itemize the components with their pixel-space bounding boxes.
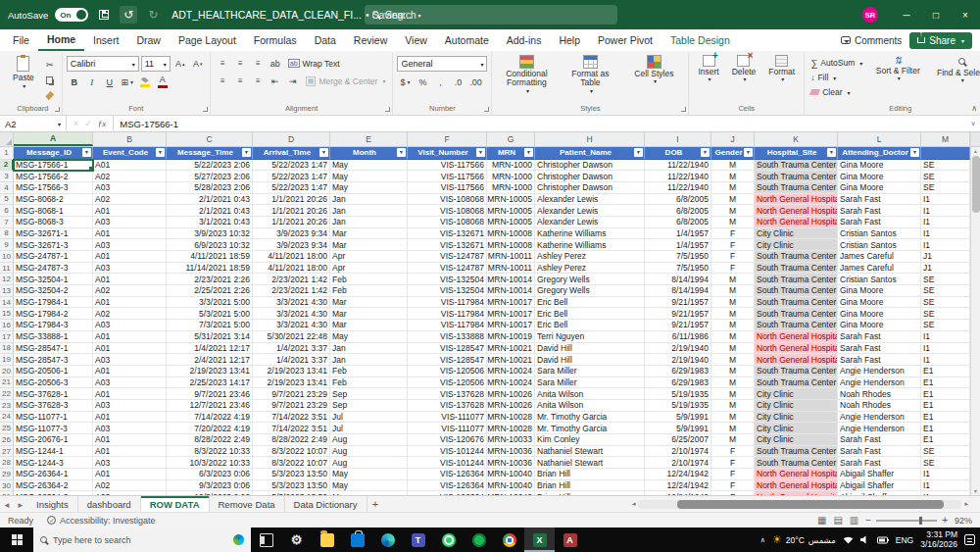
cell[interactable]: A03: [93, 377, 167, 389]
row-header-31[interactable]: 31: [0, 491, 14, 495]
cell[interactable]: North General Hospital: [755, 480, 838, 492]
cell[interactable]: May: [330, 491, 408, 495]
cell[interactable]: MRN-10028: [487, 423, 535, 434]
enter-icon[interactable]: ✓: [84, 119, 92, 128]
cell[interactable]: MSG-1244-1: [14, 446, 93, 458]
cell[interactable]: I1: [921, 239, 970, 251]
cell[interactable]: MSG-20506-3: [14, 377, 93, 389]
cell[interactable]: I1: [921, 217, 970, 228]
cell[interactable]: South Trauma Center: [755, 251, 838, 263]
header-cell[interactable]: DOB▾: [645, 147, 711, 160]
row-header-29[interactable]: 29: [0, 469, 14, 480]
cell[interactable]: 2/19/1940: [645, 343, 711, 355]
cell[interactable]: 7/5/1950: [645, 263, 711, 275]
cell[interactable]: A03: [93, 239, 167, 251]
cell[interactable]: South Trauma Center: [755, 457, 838, 469]
sheet-nav-right-icon[interactable]: ▸: [14, 496, 27, 512]
cell[interactable]: M: [711, 377, 755, 389]
cell[interactable]: MRN-10005: [487, 194, 535, 206]
cell[interactable]: Aug: [330, 446, 408, 458]
number-format-select[interactable]: General▾: [397, 56, 487, 72]
cell[interactable]: MRN-1000: [487, 160, 535, 172]
cell[interactable]: David Hill: [535, 354, 645, 366]
cell[interactable]: North General Hospital: [755, 331, 838, 343]
cell[interactable]: VIS-101244: [408, 446, 487, 458]
cell[interactable]: VIS-124787: [408, 263, 487, 275]
cell[interactable]: Sara Miller: [535, 366, 645, 377]
row-header-28[interactable]: 28: [0, 457, 14, 469]
cell[interactable]: MRN-10024: [487, 377, 535, 389]
cell[interactable]: 6/8/2005: [645, 217, 711, 228]
sort-filter-button[interactable]: ⇅ Sort & Filter ▾: [867, 54, 928, 83]
cell[interactable]: 5/19/1935: [645, 388, 711, 400]
ribbon-tab-file[interactable]: File: [4, 29, 38, 51]
find-select-button[interactable]: Find & Select ▾: [931, 54, 980, 85]
cell[interactable]: A03: [93, 217, 167, 228]
cell[interactable]: Sarah Fast: [838, 457, 921, 469]
cell[interactable]: Jan: [330, 205, 408, 217]
filter-button[interactable]: ▾: [397, 148, 406, 157]
ribbon-tab-draw[interactable]: Draw: [127, 29, 170, 51]
cell[interactable]: MSG-37628-3: [14, 400, 93, 412]
cell[interactable]: M: [711, 331, 755, 343]
cell[interactable]: M: [711, 171, 755, 182]
row-header-21[interactable]: 21: [0, 377, 14, 389]
cell[interactable]: M: [711, 343, 755, 355]
cell[interactable]: VIS-108068: [408, 217, 487, 228]
cell[interactable]: Gina Moore: [838, 297, 921, 309]
vertical-scrollbar-thumb[interactable]: [972, 156, 980, 213]
cell[interactable]: 6/8/2005: [645, 205, 711, 217]
header-cell[interactable]: Arrival_Time▾: [253, 147, 330, 160]
format-as-table-button[interactable]: Format as Table ▾: [560, 54, 620, 95]
row-header-12[interactable]: 12: [0, 274, 14, 285]
cell[interactable]: Brian Hill: [535, 491, 645, 495]
cell[interactable]: South Trauma Center: [755, 274, 838, 285]
sheet-tab-row-data[interactable]: ROW DATA: [141, 496, 210, 512]
cell[interactable]: Gina Moore: [838, 308, 921, 320]
zoom-knob[interactable]: [919, 517, 922, 525]
cell[interactable]: MSG-11077-3: [14, 423, 93, 434]
cell[interactable]: E1: [921, 434, 970, 446]
format-cells-button[interactable]: Format ▾: [763, 54, 800, 84]
cell[interactable]: 5/9/1991: [645, 412, 711, 424]
name-box[interactable]: A2 ▾: [0, 116, 67, 131]
sheet-tab-data-dictionary[interactable]: Data Dictionary: [285, 496, 368, 512]
cell-styles-button[interactable]: Cell Styles ▾: [623, 54, 684, 86]
cell[interactable]: VIS-132671: [408, 239, 487, 251]
input-language[interactable]: ENG: [896, 535, 913, 545]
cell[interactable]: I1: [921, 205, 970, 217]
cell[interactable]: 6/9/2023 10:32: [167, 239, 253, 251]
cell[interactable]: City Clinic: [755, 228, 838, 240]
cell[interactable]: Alexander Lewis: [535, 194, 645, 206]
cell[interactable]: M: [711, 412, 755, 424]
cell[interactable]: 1/4/2021 3:37: [253, 343, 330, 355]
vertical-scrollbar[interactable]: ▴ ▾: [970, 132, 980, 495]
header-cell[interactable]: [921, 147, 970, 160]
header-cell[interactable]: Gender▾: [711, 147, 755, 160]
select-all-button[interactable]: [0, 132, 14, 146]
cell[interactable]: Aug: [330, 434, 408, 446]
italic-button[interactable]: I: [84, 75, 100, 89]
cell[interactable]: 1/1/2021 20:26: [253, 217, 330, 228]
cell[interactable]: Alexander Lewis: [535, 217, 645, 228]
cell[interactable]: M: [711, 423, 755, 434]
cell[interactable]: I1: [921, 343, 970, 355]
cell[interactable]: 9/7/2021 23:46: [167, 388, 253, 400]
cell[interactable]: VIS-124787: [408, 251, 487, 263]
cell[interactable]: Christopher Dawson: [535, 171, 645, 182]
cell[interactable]: MSG-33888-1: [14, 331, 93, 343]
cell[interactable]: 2/23/2021 1:42: [253, 274, 330, 285]
cell[interactable]: E1: [921, 388, 970, 400]
cell[interactable]: MRN-10040: [487, 491, 535, 495]
ribbon-tab-view[interactable]: View: [396, 29, 436, 51]
share-button[interactable]: Share ▾: [909, 32, 972, 49]
cell[interactable]: 8/28/2022 2:49: [253, 434, 330, 446]
cell[interactable]: Sep: [330, 400, 408, 412]
cell[interactable]: May: [330, 469, 408, 480]
cell[interactable]: VIS-117566: [408, 160, 487, 172]
cell[interactable]: 2/19/1940: [645, 354, 711, 366]
cell[interactable]: 11/22/1940: [645, 171, 711, 182]
cell[interactable]: May: [330, 160, 408, 172]
cell[interactable]: Anita Wilson: [535, 400, 645, 412]
row-header-15[interactable]: 15: [0, 308, 14, 320]
